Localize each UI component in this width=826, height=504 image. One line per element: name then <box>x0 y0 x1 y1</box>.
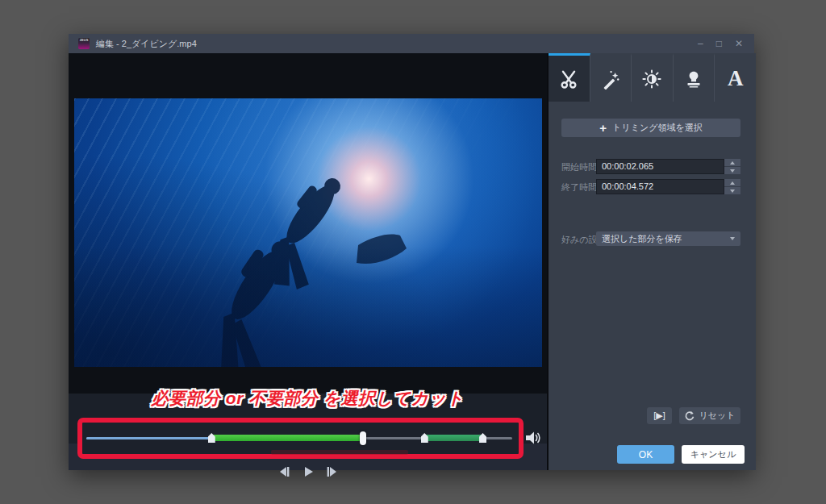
timeline-caption-obscured <box>271 450 408 455</box>
ok-label: OK <box>639 449 653 460</box>
brightness-icon <box>641 69 662 90</box>
end-time-spin-up[interactable] <box>724 179 740 186</box>
play-button[interactable] <box>302 465 315 478</box>
tab-watermark[interactable] <box>674 53 715 102</box>
preview-segment-label: [▶] <box>653 410 665 421</box>
chevron-down-icon <box>730 169 735 173</box>
tab-text[interactable]: A <box>715 53 756 102</box>
reset-button[interactable]: リセット <box>679 407 740 424</box>
plus-icon: + <box>599 122 607 134</box>
stamp-icon <box>683 69 704 90</box>
volume-icon[interactable] <box>525 431 541 445</box>
video-preview[interactable] <box>74 98 542 367</box>
scissors-icon <box>558 69 579 90</box>
title-bar[interactable]: ZEUS 編集 - 2_ダイビング.mp4 – □ ✕ <box>69 34 754 53</box>
app-icon: ZEUS <box>78 38 90 49</box>
preview-segment-button[interactable]: [▶] <box>647 407 672 424</box>
end-time-input[interactable]: 00:00:04.572 <box>596 179 724 194</box>
magic-wand-icon <box>600 69 621 90</box>
preference-value: 選択した部分を保存 <box>602 234 682 244</box>
preference-dropdown[interactable]: 選択した部分を保存 <box>596 231 740 246</box>
reset-icon <box>684 410 695 421</box>
chevron-up-icon <box>730 161 735 165</box>
reset-label: リセット <box>699 410 735 422</box>
select-trim-area-button[interactable]: + トリミング領域を選択 <box>561 119 740 137</box>
tab-effects[interactable] <box>590 53 632 102</box>
depth-shading <box>74 98 542 367</box>
previous-frame-button[interactable] <box>277 465 290 478</box>
chevron-down-icon <box>730 237 735 240</box>
end-time-label: 終了時間: <box>561 181 599 194</box>
start-time-spin-down[interactable] <box>724 167 740 174</box>
start-time-spinner <box>724 159 740 174</box>
cancel-button[interactable]: キャンセル <box>682 445 745 464</box>
cancel-label: キャンセル <box>690 448 736 460</box>
window-controls: – □ ✕ <box>698 39 754 48</box>
text-tool-icon: A <box>728 68 744 90</box>
ok-button[interactable]: OK <box>617 445 674 464</box>
start-time-spin-up[interactable] <box>724 159 740 166</box>
tab-adjust[interactable] <box>632 53 674 102</box>
viewer-area: 必要部分 or 不要部分 を選択してカット <box>69 53 547 470</box>
maximize-button[interactable]: □ <box>716 39 722 48</box>
select-trim-area-label: トリミング領域を選択 <box>612 122 703 134</box>
transport-controls <box>69 465 547 478</box>
chevron-down-icon <box>730 190 735 193</box>
next-frame-button[interactable] <box>326 465 339 478</box>
window-title: 編集 - 2_ダイビング.mp4 <box>96 38 197 50</box>
desktop: ZEUS 編集 - 2_ダイビング.mp4 – □ ✕ <box>0 0 826 504</box>
tab-cut[interactable] <box>549 53 590 102</box>
minimize-button[interactable]: – <box>698 39 703 48</box>
tool-tabs: A <box>549 53 756 102</box>
edit-window: ZEUS 編集 - 2_ダイビング.mp4 – □ ✕ <box>69 34 754 470</box>
start-time-input[interactable]: 00:00:02.065 <box>596 159 724 174</box>
annotation-caption: 必要部分 or 不要部分 を選択してカット <box>69 387 547 410</box>
start-time-label: 開始時間: <box>561 161 599 173</box>
close-button[interactable]: ✕ <box>735 39 743 48</box>
chevron-up-icon <box>730 181 735 185</box>
edit-panel: A + トリミング領域を選択 開始時間: 00:00:02.065 終了時間: … <box>547 53 756 470</box>
end-time-spin-down[interactable] <box>724 187 740 194</box>
end-time-spinner <box>724 179 740 194</box>
